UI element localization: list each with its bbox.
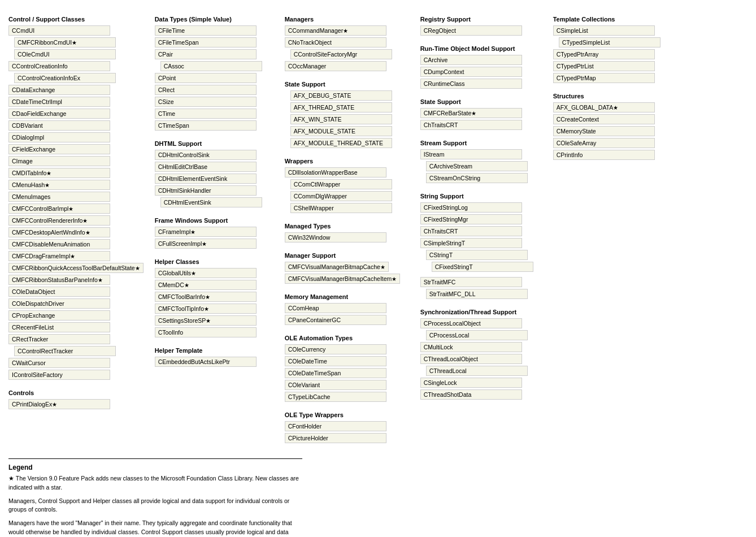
section-title: OLE Automation Types [285,335,409,341]
class-label: CCreateContext [557,116,599,123]
class-box: CMemoryState [553,126,655,136]
class-box: CCommDlgWrapper [290,191,392,201]
class-label: CProcessLocal [429,332,470,339]
class-box: CControlCreationInfo [8,61,110,71]
class-label: CPropExchange [12,312,55,319]
class-box: CMultiLock [420,342,522,352]
class-label: CPrintDialogEx [12,401,52,408]
class-label: CMFCVisualManagerBitmapCacheItem [288,275,392,282]
class-label: CNoTrackObject [288,39,332,46]
class-box: CSize [155,97,257,107]
class-box: CTypedSimpleList [559,37,661,47]
class-label: CEmbeddedButActsLikePtr [158,358,230,365]
class-box: CMFCVisualManagerBitmapCache★ [285,262,389,272]
class-box: CAssoc [160,61,262,71]
star-icon: ★ [82,218,88,224]
section-title: Managed Types [285,223,409,229]
class-box: CTypedPtrMap [553,73,655,83]
class-box: CShellWrapper [290,203,392,213]
star-icon: ★ [191,270,196,276]
class-box: CMFCVisualManagerBitmapCacheItem★ [285,274,401,284]
class-label: CComCtlWrapper [294,181,341,188]
class-label: CSettingsStoreSP [158,317,206,324]
class-label: AFX_MODULE_THREAD_STATE [294,140,383,146]
class-box: CSimpleStringT [420,238,522,248]
class-label: CDBVariant [12,122,43,129]
class-box: CEmbeddedButActsLikePtr [155,357,257,367]
class-box: COleSafeArray [553,138,655,148]
class-box: CMenuImages [8,192,110,202]
class-box: CThreadShotData [420,389,522,400]
class-box: CWaitCursor [8,358,110,368]
class-box: CControlSiteFactoryMgr [290,49,392,59]
class-box: CFixedStringLog [420,202,522,213]
class-label: CCommDlgWrapper [294,193,347,200]
class-box: CStringT [426,250,528,260]
class-box: CDllIsolationWrapperBase [285,167,386,177]
class-box: CRegObject [420,25,522,36]
class-label: CControlCreationInfoEx [18,75,80,81]
class-label: CDialogImpl [12,134,44,141]
class-label: COleCurrency [288,346,326,353]
class-label: CPaneContainerGC [288,317,341,323]
class-box: CMFCRibbonQuickAccessToolBarDefaultState… [8,263,144,273]
class-box: CProcessLocalObject [420,318,522,328]
class-box: CDHtmlEventSink [160,197,262,207]
class-box: CMFCReBarState★ [420,108,522,118]
star-icon: ★ [343,28,348,34]
class-label: COleCmdUI [18,51,50,58]
class-label: CMFCVisualManagerBitmapCache [288,263,380,270]
class-label: CMFCControlBarImpl [12,205,68,212]
class-box: CCreateContext [553,114,655,124]
section-title: Synchronization/Thread Support [420,309,542,315]
star-icon: ★ [52,401,57,408]
class-label: CShellWrapper [294,205,334,211]
class-label: CTypedPtrArray [557,51,599,58]
class-box: CDHtmlElementEventSink [155,174,257,184]
section-title: Manager Support [285,252,409,259]
class-box: AFX_WIN_STATE [290,114,392,124]
class-box: COccManager [285,61,386,71]
class-box: CMFCControlRendererInfo★ [8,215,110,226]
class-box: CTime [155,109,257,119]
class-label: AFX_THREAD_STATE [294,104,355,111]
star-icon: ★ [72,40,77,46]
class-box: CControlRectTracker [14,346,116,356]
class-box: CDaoFieldExchange [8,109,110,119]
class-label: COleDispatchDriver [12,300,64,307]
class-label: CMDITabInfo [12,170,46,176]
class-box: CToolInfo [155,327,257,337]
class-label: CMFCDragFrameImpl [12,253,70,259]
class-label: CCmdUI [12,27,34,34]
star-icon: ★ [204,306,209,312]
class-box: CTypedPtrArray [553,49,655,59]
class-label: CMFCToolBarInfo [158,293,205,300]
class-box: CDHtmlSinkHandler [155,185,257,196]
class-label: CFixedStringLog [424,204,468,211]
class-box: CTypeLibCache [285,392,386,402]
class-label: AFX_GLOBAL_DATA [557,104,614,111]
section-title: Controls [8,389,144,396]
class-box: CComCtlWrapper [290,179,392,189]
class-box: CFileTimeSpan [155,37,257,47]
star-icon: ★ [205,294,210,300]
class-box: CSimpleList [553,25,655,36]
class-label: CDataExchange [12,86,55,93]
section-title: String Support [420,193,542,200]
star-icon: ★ [190,229,195,235]
class-box: CGlobalUtils★ [155,268,257,278]
class-box: COleCurrency [285,344,386,354]
class-label: COleDateTimeSpan [288,370,341,376]
class-label: StrTraitMFC_DLL [429,291,476,297]
section-title: Helper Classes [155,258,273,265]
class-box: CFileTime [155,25,257,36]
column: Data Types (Simple Value)CFileTimeCFileT… [155,11,273,371]
section-title: State Support [285,81,409,88]
class-label: CMFCControlRendererInfo [12,217,82,224]
class-label: CDHtmlControlSink [158,151,210,158]
class-box: AFX_MODULE_STATE [290,126,392,136]
class-box: StrTraitMFC [420,277,522,287]
star-icon: ★ [85,229,90,236]
star-icon: ★ [68,206,73,212]
class-box: COleVariant [285,380,386,390]
